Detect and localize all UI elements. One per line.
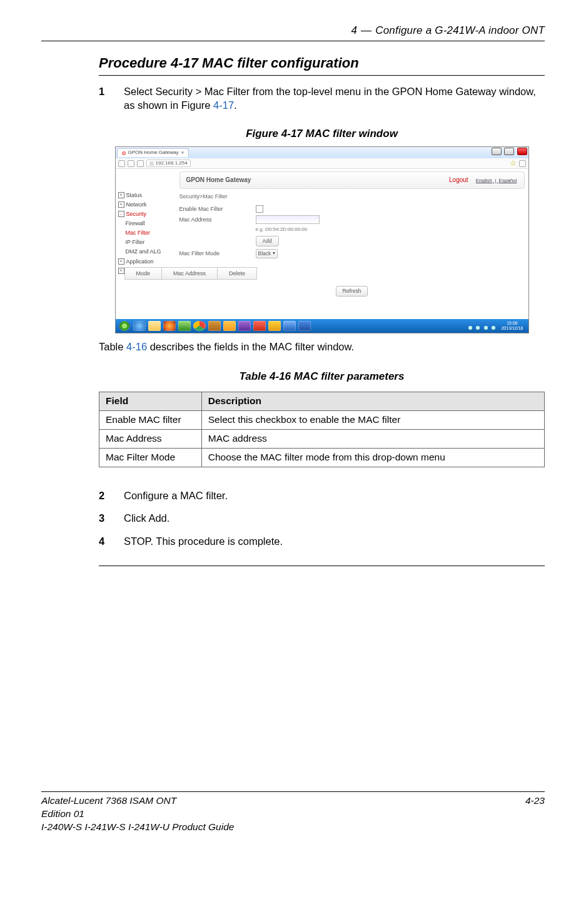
sidebar-item-mac-filter[interactable]: Mac Filter [118,228,173,238]
chapter-title: Configure a G-241W-A indoor ONT [375,24,545,38]
enable-mac-filter-checkbox[interactable] [256,205,263,213]
mac-filter-mode-select[interactable]: Black ▾ [256,249,278,258]
windows-taskbar: 15:09 2013/12/18 [116,319,528,333]
table-header-row: Field Description [99,392,545,411]
expand-icon[interactable]: + [118,192,124,198]
sidebar-item-ip-filter[interactable]: IP Filter [118,238,173,247]
app-icon-3[interactable] [238,321,251,331]
step-2: 2 Configure a MAC filter. [99,489,545,502]
url-text: 192.168.1.254 [156,160,188,167]
app-icon-2[interactable] [208,321,221,331]
step-text: Configure a MAC filter. [124,489,545,502]
table-link[interactable]: 4-16 [126,341,147,352]
step-1: 1 Select Security > Mac Filter from the … [99,84,545,113]
footer-left: Alcatel-Lucent 7368 ISAM ONT Edition 01 … [41,795,234,834]
breadcrumb: Security>Mac Filter [179,193,525,200]
lang-espanol-link[interactable]: Español [499,178,517,183]
tray-icon[interactable] [484,326,488,330]
outlook-icon[interactable] [223,321,236,331]
app-icon-4[interactable] [253,321,266,331]
expand-icon[interactable]: + [118,258,124,265]
step-number: 2 [99,489,124,502]
table-row: Enable MAC filter Select this checkbox t… [99,411,545,430]
explorer-icon[interactable] [148,321,161,331]
gateway-page: +Status +Network -Security Firewall Mac … [116,169,528,319]
menu-icon[interactable] [519,160,526,167]
tab-close-icon[interactable]: × [181,150,184,156]
mac-address-label: Mac Address [179,216,250,223]
refresh-button[interactable]: Refresh [336,286,368,296]
step-text: Click Add. [124,511,545,525]
em-dash: — [361,24,371,38]
word-icon[interactable] [298,321,311,331]
sidebar-item-status[interactable]: +Status [118,190,173,200]
gateway-title: GPON Home Gateway [186,176,251,185]
clock-time: 15:09 [501,321,523,326]
table-row: Mac Filter Mode Choose the MAC filter mo… [99,449,545,467]
expand-icon[interactable]: + [118,201,124,208]
tray-icon[interactable] [476,326,480,330]
expand-icon[interactable]: + [118,268,124,274]
step-number: 4 [99,534,124,548]
window-minimize-button[interactable] [492,148,502,155]
app-icon-5[interactable] [268,321,281,331]
cell-field: Enable MAC filter [99,411,202,430]
taskbar-clock[interactable]: 15:09 2013/12/18 [498,321,525,331]
window-maximize-button[interactable] [504,148,514,155]
page-footer: Alcatel-Lucent 7368 ISAM ONT Edition 01 … [41,791,545,834]
tab-title: GPON Home Gateway [128,150,179,156]
mac-filter-mode-label: Mac Filter Mode [179,250,250,257]
app-icon-1[interactable] [178,321,191,331]
after-figure-text: Table 4-16 describes the fields in the M… [99,340,545,353]
chrome-icon[interactable] [193,321,206,331]
window-controls [490,148,527,158]
window-close-button[interactable] [517,148,527,155]
cell-desc: Select this checkbox to enable the MAC f… [201,411,544,430]
bookmark-star-icon[interactable]: ☆ [510,161,517,166]
tray-icon[interactable] [468,326,472,330]
step-number: 1 [99,84,124,113]
tray-icon[interactable] [492,326,495,330]
add-button[interactable]: Add [256,236,279,246]
browser-toolbar: 192.168.1.254 ☆ [116,158,528,169]
window-titlebar: GPON Home Gateway × [116,147,528,158]
address-bar[interactable]: 192.168.1.254 [146,160,191,168]
figure-caption: Figure 4-17 MAC filter window [99,127,545,141]
sidebar-item-dmz-alg[interactable]: DMZ and ALG [118,247,173,256]
gateway-topbar: GPON Home Gateway Logout English | Españ… [179,171,525,189]
th-description: Description [201,392,544,411]
step-4: 4 STOP. This procedure is complete. [99,534,545,548]
app-icon-6[interactable] [283,321,296,331]
sidebar-item-application[interactable]: +Application [118,256,173,266]
col-delete: Delete [218,267,257,280]
reload-icon[interactable] [137,160,144,167]
back-icon[interactable] [118,160,125,167]
sidebar-item-network[interactable]: +Network [118,200,173,209]
page-icon [149,161,154,166]
favicon-icon [122,151,126,155]
step-text: STOP. This procedure is complete. [124,534,545,548]
forward-icon[interactable] [128,160,134,167]
sidebar-item-security[interactable]: -Security [118,209,173,218]
collapse-icon[interactable]: - [118,211,124,217]
browser-tab[interactable]: GPON Home Gateway × [117,148,189,158]
lang-english-link[interactable]: English [476,178,492,183]
sidebar-item-firewall[interactable]: Firewall [118,219,173,228]
system-tray[interactable] [468,319,497,333]
step-3: 3 Click Add. [99,511,545,525]
step-number: 3 [99,511,124,525]
mac-address-input[interactable] [256,215,320,224]
start-button-icon[interactable] [118,321,131,331]
logout-link[interactable]: Logout [449,176,468,183]
ie-icon[interactable] [133,321,146,331]
figure-link[interactable]: 4-17 [213,99,234,111]
col-mac-address: Mac Address [162,267,218,280]
firefox-icon[interactable] [163,321,176,331]
enable-mac-filter-label: Enable Mac Filter [179,205,250,213]
footer-line-3: I-240W-S I-241W-S I-241W-U Product Guide [41,821,234,834]
procedure-heading: Procedure 4-17 MAC filter configuration [99,54,545,76]
chevron-down-icon: ▾ [273,250,275,257]
page-header: 4 — Configure a G-241W-A indoor ONT [41,24,545,41]
language-switcher: English | Español [475,178,518,183]
mac-filter-table-header: Mode Mac Address Delete [124,267,525,280]
